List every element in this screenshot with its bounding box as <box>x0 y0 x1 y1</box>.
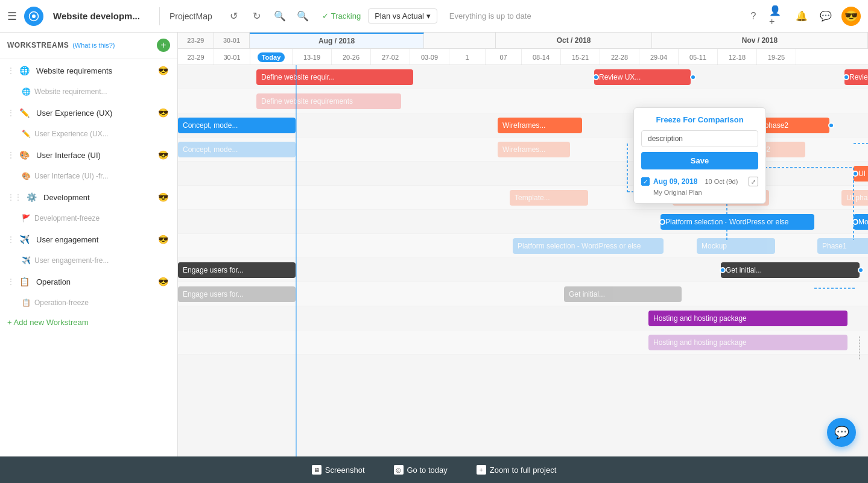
main-layout: WORKSTREAMS (What is this?) + ⋮ 🌐 Websit… <box>0 33 868 456</box>
ws-label-operation: Operation <box>36 277 153 286</box>
week-2904: 29-04 <box>639 49 679 65</box>
nav-divider <box>159 7 160 25</box>
sidebar-item-website-req[interactable]: ⋮ 🌐 Website requirements 😎 <box>0 58 177 83</box>
ui-freeze-icon: 🎨 <box>22 172 31 180</box>
go-to-today-button[interactable]: ◎ Go to today <box>385 461 456 478</box>
sidebar-item-engagement[interactable]: ⋮ ✈️ User engagement 😎 <box>0 227 177 251</box>
app-logo <box>24 7 43 26</box>
undo-button[interactable]: ↺ <box>224 7 244 26</box>
ws-avatar-development: 😎 <box>156 190 170 204</box>
add-user-icon[interactable]: 👤+ <box>769 8 786 25</box>
bar-platform-freeze[interactable]: Platform selection - WordPress or else <box>513 238 664 254</box>
zoom-full-icon: + <box>477 465 486 475</box>
popup-save-button[interactable]: Save <box>641 152 758 169</box>
drag-handle-icon: ⋮ <box>7 151 14 159</box>
bar-wireframes[interactable]: Wireframes... <box>498 118 582 133</box>
dot-review-ux-right <box>690 74 696 80</box>
sidebar-freeze-development: 🚩 Development-freeze <box>0 209 177 227</box>
send-icon: ✈️ <box>17 232 31 247</box>
popup-external-link-icon[interactable]: ⤢ <box>749 177 758 186</box>
sidebar-item-operation[interactable]: ⋮ 📋 Operation 😎 <box>0 270 177 294</box>
bar-platform-selection[interactable]: Platform selection - WordPress or else <box>661 214 814 230</box>
freeze-comparison-popup: Freeze For Comparison Save ✓ Aug 09, 201… <box>633 107 766 204</box>
bar-wireframes-freeze[interactable]: Wireframes... <box>498 142 570 157</box>
dot-review-ui-left <box>843 74 849 80</box>
zoom-in-button[interactable]: 🔍 <box>293 7 312 26</box>
bar-get-initial-freeze[interactable]: Get initial... <box>564 286 682 302</box>
popup-description-input[interactable] <box>641 130 758 147</box>
op-freeze-icon: 📋 <box>22 298 31 307</box>
chevron-down-icon: ▾ <box>426 11 431 21</box>
menu-icon[interactable]: ☰ <box>7 10 17 23</box>
ws-label-ux: User Experience (UX) <box>36 109 153 118</box>
bar-hosting-freeze[interactable]: Hosting and hosting package <box>648 335 847 350</box>
bar-engage-users-freeze[interactable]: Engage users for... <box>178 286 296 302</box>
bar-mockup-freeze[interactable]: Mockup <box>697 238 775 254</box>
bar-get-initial[interactable]: Get initial... <box>721 262 860 278</box>
week-1925: 19-25 <box>757 49 796 65</box>
app-title: Website developm... <box>53 11 140 21</box>
nav-right-icons: ? 👤+ 🔔 💬 😎 <box>745 7 861 26</box>
ws-label-ui: User Interface (UI) <box>36 151 153 160</box>
month-sep-partial <box>424 33 496 49</box>
dot-get-initial-right <box>858 267 864 273</box>
bar-define-website-req-freeze[interactable]: Define website requirements <box>256 93 401 109</box>
bell-icon[interactable]: 🔔 <box>793 8 810 25</box>
ws-label-engagement: User engagement <box>36 235 153 244</box>
what-is-this-link[interactable]: (What is this?) <box>72 42 115 49</box>
dev-icon: ⚙️ <box>24 190 39 204</box>
dot-mockup-left <box>852 219 858 225</box>
zoom-full-label: Zoom to full project <box>490 466 557 475</box>
month-nov: Nov / 2018 <box>652 33 868 49</box>
ws-label-development: Development <box>43 193 153 202</box>
gantt-row-development-freeze: Platform selection - WordPress or else M… <box>178 234 868 258</box>
zoom-out-button[interactable]: 🔍 <box>270 7 290 26</box>
drag-handle-icon: ⋮⋮ <box>7 193 22 201</box>
sidebar-freeze-website-req: 🌐 Website requirement... <box>0 83 177 101</box>
freeze-label-website-req: Website requirement... <box>34 87 107 96</box>
sidebar-freeze-ui: 🎨 User Interface (UI) -fr... <box>0 167 177 185</box>
bar-hosting[interactable]: Hosting and hosting package <box>648 311 847 326</box>
bar-phase1-dev-freeze[interactable]: Phase1 <box>817 238 868 254</box>
sidebar-item-ux[interactable]: ⋮ ✏️ User Experience (UX) 😎 <box>0 101 177 125</box>
drag-handle-icon: ⋮ <box>7 235 14 244</box>
bar-define-website-req[interactable]: Define website requir... <box>256 69 413 85</box>
plan-dropdown-button[interactable]: Plan vs Actual ▾ <box>368 8 437 24</box>
send-freeze-icon: ✈️ <box>22 256 31 265</box>
chat-bubble-button[interactable]: 💬 <box>827 418 856 447</box>
bar-review-ux[interactable]: Review UX... <box>594 69 691 85</box>
bar-concept-mode[interactable]: Concept, mode... <box>178 118 296 133</box>
user-avatar[interactable]: 😎 <box>841 7 861 26</box>
popup-date-label: Aug 09, 2018 <box>653 177 697 186</box>
gantt-body: Define website requir... Review UX... Re… <box>178 65 868 456</box>
gantt-row-operation-freeze: Hosting and hosting package Set up on th… <box>178 330 868 355</box>
today-line <box>296 65 297 456</box>
sidebar-item-development[interactable]: ⋮⋮ ⚙️ Development 😎 <box>0 185 177 209</box>
redo-button[interactable]: ↻ <box>247 7 267 26</box>
popup-duration-label: 10 Oct (9d) <box>705 178 738 185</box>
screenshot-button[interactable]: 🖥 Screenshot <box>303 461 373 478</box>
bar-concept-mode-freeze[interactable]: Concept, mode... <box>178 142 296 157</box>
bar-ui-phase2-freeze[interactable]: UI phase2 <box>841 190 868 206</box>
freeze-label-development: Development-freeze <box>34 214 100 223</box>
zoom-to-full-button[interactable]: + Zoom to full project <box>468 461 565 478</box>
bar-engage-users[interactable]: Engage users for... <box>178 262 296 278</box>
add-workstream-link[interactable]: + Add new Workstream <box>0 312 177 333</box>
freeze-label-ux: User Experience (UX... <box>34 130 109 138</box>
month-row: 23-29 30-01 Aug / 2018 Oct / 2018 Nov / … <box>178 33 868 49</box>
month-aug: Aug / 2018 <box>250 33 423 49</box>
help-icon[interactable]: ? <box>745 8 762 25</box>
popup-checkbox[interactable]: ✓ <box>641 177 650 186</box>
gantt-chart: 23-29 30-01 Aug / 2018 Oct / 2018 Nov / … <box>178 33 868 456</box>
month-oct: Oct / 2018 <box>496 33 652 49</box>
add-workstream-button[interactable]: + <box>157 39 170 52</box>
svg-point-1 <box>32 14 36 18</box>
gantt-row-operation: Hosting and hosting package Set up on th… <box>178 306 868 330</box>
chat-icon[interactable]: 💬 <box>817 8 834 25</box>
gantt-row-engagement-freeze: Engage users for... Get initial... Get e… <box>178 282 868 306</box>
bar-template-freeze[interactable]: Template... <box>510 190 588 206</box>
week-row: 23-29 30-01 Today 13-19 20-26 27-02 03-0… <box>178 49 868 65</box>
gantt-row-website-req: Define website requir... Review UX... Re… <box>178 65 868 89</box>
sidebar-item-ui[interactable]: ⋮ 🎨 User Interface (UI) 😎 <box>0 143 177 167</box>
popup-date-item: ✓ Aug 09, 2018 10 Oct (9d) ⤢ <box>641 174 758 189</box>
